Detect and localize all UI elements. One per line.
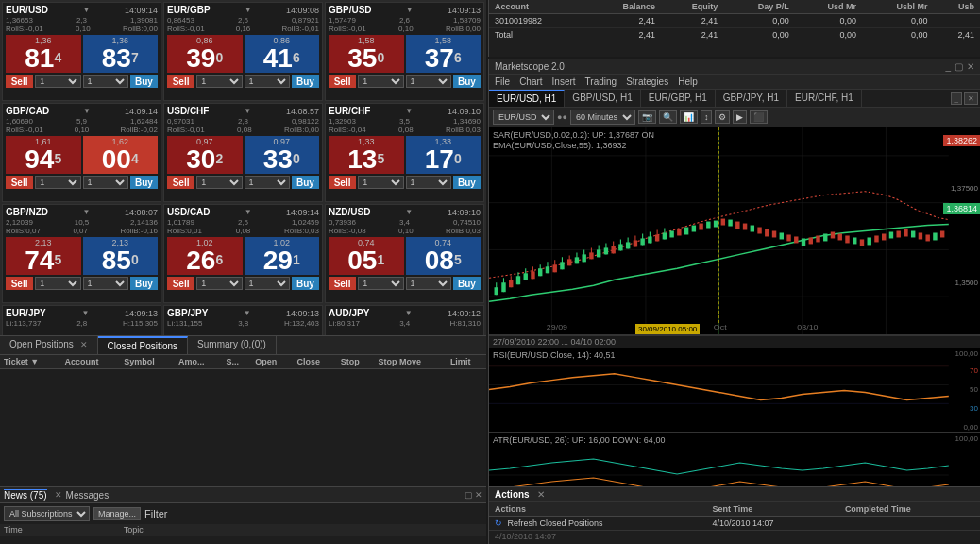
chart-tool-5[interactable]: ⚙ (715, 110, 730, 124)
chart-tab-eurchf-h1[interactable]: EUR/CHF, H1 (787, 90, 862, 107)
ticker-gbpnzd-buy-btn[interactable]: Buy (130, 277, 158, 290)
ticker-eurusd-buy-select[interactable]: 1 (83, 75, 128, 88)
ticker-gbpcad-name[interactable]: GBP/CAD (6, 106, 49, 116)
chart-tool-1[interactable]: 📷 (638, 110, 656, 124)
ticker-usdchf-sell-btn[interactable]: Sell (167, 176, 194, 189)
chart-tool-2[interactable]: 🔍 (659, 110, 677, 124)
news-panel-min[interactable]: ▢ (465, 490, 473, 500)
news-subscription-select[interactable]: All Subscriptions (4, 506, 90, 521)
ticker-gbpusd-name[interactable]: GBP/USD (329, 5, 372, 15)
ticker-eurgbp-buy-select[interactable]: 1 (245, 75, 290, 88)
ticker-eurgbp-name[interactable]: EUR/GBP (167, 5, 211, 15)
chart-tabs-min[interactable]: _ (951, 92, 962, 105)
chart-tool-6[interactable]: ▶ (733, 110, 747, 124)
chart-tool-7[interactable]: ⬛ (750, 110, 768, 124)
menu-strategies[interactable]: Strategies (626, 76, 668, 87)
ms-min-btn[interactable]: _ (945, 61, 951, 72)
ticker-eurusd-time: 14:09:14 (125, 6, 158, 15)
ticker-gbpnzd-buy-select[interactable]: 1 (83, 277, 128, 290)
ticker-gbpusd-sell-select[interactable]: 1 (358, 75, 403, 88)
svg-rect-90 (882, 233, 886, 240)
tab-open-positions[interactable]: Open Positions ✕ (0, 336, 98, 354)
ms-max-btn[interactable]: ▢ (955, 61, 963, 72)
chart-tool-4[interactable]: ↕ (701, 110, 713, 124)
ticker-eurgbp-sell-btn[interactable]: Sell (167, 75, 194, 88)
ticker-eurchf-sell-btn[interactable]: Sell (329, 176, 356, 189)
chart-tab-eurgbp-h1[interactable]: EUR/GBP, H1 (641, 90, 716, 107)
ticker-gbpusd-buy-select[interactable]: 1 (406, 75, 451, 88)
positions-col-close[interactable]: Close (293, 355, 336, 369)
svg-rect-76 (780, 232, 784, 239)
menu-help[interactable]: Help (678, 76, 698, 87)
ticker-eurusd-sell-btn[interactable]: Sell (6, 75, 33, 88)
positions-col-s[interactable]: S... (223, 355, 252, 369)
ticker-usdcad-sell-btn[interactable]: Sell (167, 277, 194, 290)
ticker-usdcad-buy-select[interactable]: 1 (245, 277, 290, 290)
chart-tab-eurusd-h1[interactable]: EUR/USD, H1 (489, 90, 565, 107)
ticker-gbpcad-sell-btn[interactable]: Sell (6, 176, 33, 189)
ticker-gbpnzd-sell-select[interactable]: 1 (35, 277, 80, 290)
ticker-usdchf-buy-select[interactable]: 1 (245, 176, 290, 189)
positions-col-open[interactable]: Open (251, 355, 293, 369)
ticker-gbpcad-sell-select[interactable]: 1 (35, 176, 80, 189)
ticker-nzdusd-buy-btn[interactable]: Buy (453, 277, 481, 290)
menu-chart[interactable]: Chart (519, 76, 542, 87)
ticker-gbpjpy-name[interactable]: GBP/JPY (167, 308, 208, 318)
chart-tool-3[interactable]: 📊 (680, 110, 698, 124)
chart-pair-select[interactable]: EUR/USD (493, 110, 554, 125)
ticker-nzdusd-sell-select[interactable]: 1 (358, 277, 403, 290)
ticker-eurchf-buy-btn[interactable]: Buy (453, 176, 481, 189)
ticker-eurusd-buy-btn[interactable]: Buy (130, 75, 158, 88)
ticker-gbpcad-buy-select[interactable]: 1 (83, 176, 128, 189)
tab-news[interactable]: News (75) (4, 489, 47, 501)
ticker-usdcad-sell-select[interactable]: 1 (196, 277, 242, 290)
positions-col-amount[interactable]: Amo... (175, 355, 223, 369)
positions-col-stop[interactable]: Stop (337, 355, 375, 369)
positions-col-limit[interactable]: Limit (447, 355, 486, 369)
tab-open-positions-close[interactable]: ✕ (80, 340, 88, 349)
ticker-audjpy-name[interactable]: AUD/JPY (329, 308, 369, 318)
ticker-usdchf-name[interactable]: USD/CHF (167, 106, 209, 116)
ticker-eurjpy-name[interactable]: EUR/JPY (6, 308, 46, 318)
chart-tab-gbpusd-h1[interactable]: GBP/USD, H1 (565, 90, 640, 107)
ticker-eurgbp-sell-select[interactable]: 1 (196, 75, 242, 88)
ticker-usdcad-buy-btn[interactable]: Buy (292, 277, 319, 290)
ticker-usdchf-sell-select[interactable]: 1 (196, 176, 242, 189)
ticker-eurchf-buy-select[interactable]: 1 (406, 176, 451, 189)
ticker-nzdusd-sell-btn[interactable]: Sell (329, 277, 356, 290)
tab-messages[interactable]: Messages (66, 490, 110, 501)
ticker-eurusd-sell-select[interactable]: 1 (35, 75, 80, 88)
ms-close-btn[interactable]: ✕ (967, 61, 974, 72)
news-manage-btn[interactable]: Manage... (93, 507, 141, 520)
ticker-eurchf-name[interactable]: EUR/CHF (329, 106, 370, 116)
menu-file[interactable]: File (495, 76, 510, 87)
svg-rect-80 (809, 237, 813, 244)
ticker-eurchf-sell-select[interactable]: 1 (358, 176, 403, 189)
ticker-eurusd-name[interactable]: EUR/USD (6, 5, 48, 15)
news-panel-max[interactable]: ✕ (475, 490, 482, 500)
refresh-icon: ↻ (495, 518, 502, 528)
tab-summary[interactable]: Summary (0,(0)) (188, 336, 277, 354)
tab-closed-positions[interactable]: Closed Positions (98, 336, 188, 354)
menu-trading[interactable]: Trading (585, 76, 617, 87)
ticker-gbpusd-buy-btn[interactable]: Buy (453, 75, 481, 88)
positions-col-stopmove[interactable]: Stop Move (375, 355, 447, 369)
ticker-usdchf-buy-btn[interactable]: Buy (292, 176, 319, 189)
chart-tabs-max[interactable]: ✕ (964, 92, 978, 105)
actions-close-btn[interactable]: ✕ (537, 489, 545, 500)
menu-insert[interactable]: Insert (552, 76, 576, 87)
ticker-gbpnzd-sell-btn[interactable]: Sell (6, 277, 33, 290)
ticker-eurgbp-buy-btn[interactable]: Buy (292, 75, 319, 88)
ticker-nzdusd-name[interactable]: NZD/USD (329, 207, 370, 217)
ticker-gbpcad-buy-btn[interactable]: Buy (130, 176, 158, 189)
positions-col-account[interactable]: Account (61, 355, 121, 369)
ticker-gbpnzd-name[interactable]: GBP/NZD (6, 207, 48, 217)
chart-tab-gbpjpy-h1[interactable]: GBP/JPY, H1 (716, 90, 787, 107)
chart-timeframe-select[interactable]: 60 Minutes (570, 110, 635, 125)
ticker-nzdusd-buy-select[interactable]: 1 (406, 277, 451, 290)
ticker-gbpusd-sell-btn[interactable]: Sell (329, 75, 356, 88)
positions-col-ticket[interactable]: Ticket ▼ (0, 355, 61, 369)
tab-news-close[interactable]: ✕ (55, 490, 62, 500)
ticker-usdcad-name[interactable]: USD/CAD (167, 207, 211, 217)
positions-col-symbol[interactable]: Symbol (120, 355, 175, 369)
